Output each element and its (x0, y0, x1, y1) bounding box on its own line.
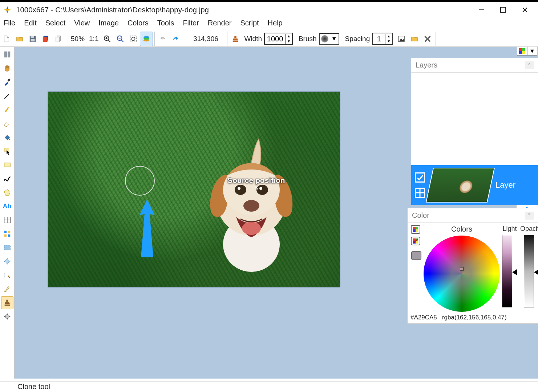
svg-rect-68 (413, 238, 416, 241)
open-file-button[interactable] (13, 32, 26, 46)
menu-filter[interactable]: Filter (183, 19, 199, 27)
spacing-input[interactable] (373, 35, 385, 43)
menu-render[interactable]: Render (208, 19, 232, 27)
redo-button[interactable] (169, 32, 182, 46)
panel-chip-dropdown[interactable]: ▼ (527, 47, 537, 56)
tool-text[interactable]: Ab (1, 200, 13, 213)
tool-shape[interactable] (1, 186, 13, 199)
tool-brush[interactable] (1, 103, 13, 116)
copy-button[interactable] (52, 32, 65, 46)
toolbar-sep-5 (436, 32, 436, 46)
tool-select-rect[interactable] (1, 241, 13, 254)
svg-rect-51 (522, 51, 525, 54)
title-bar: 1000x667 - C:\Users\Administrator\Deskto… (0, 0, 538, 17)
zoom-out-button[interactable] (114, 32, 127, 46)
minimize-button[interactable] (470, 2, 492, 17)
maximize-button[interactable] (492, 2, 514, 17)
current-color-swatch[interactable] (411, 251, 421, 260)
layers-toggle-button[interactable] (140, 32, 153, 46)
menu-tools[interactable]: Tools (157, 19, 174, 27)
width-arrows[interactable]: ▲▼ (285, 34, 292, 44)
up-arrow-icon[interactable]: ▲ (286, 34, 292, 39)
tool-rectangle[interactable] (1, 158, 13, 171)
layer-row-selected[interactable]: Layer (411, 165, 538, 205)
close-button[interactable] (514, 2, 536, 17)
svg-rect-42 (4, 234, 6, 237)
layer-visible-icon[interactable] (415, 172, 425, 183)
spacing-arrows[interactable]: ▲▼ (385, 34, 392, 44)
tool-eraser[interactable] (1, 117, 13, 130)
spacing-spinner[interactable]: ▲▼ (372, 33, 393, 45)
tool-grid[interactable] (1, 213, 13, 226)
tool-pointer[interactable] (1, 144, 13, 158)
image-canvas[interactable]: Source position (48, 92, 340, 287)
svg-rect-10 (43, 37, 48, 42)
svg-rect-3 (501, 7, 506, 12)
save-many-button[interactable] (39, 32, 52, 46)
svg-rect-41 (8, 231, 10, 233)
tool-pencil[interactable] (1, 89, 13, 102)
tool-select-wand[interactable] (1, 255, 13, 268)
tool-eyedropper[interactable] (1, 75, 13, 89)
opacity-bar[interactable] (524, 235, 534, 307)
svg-rect-8 (31, 39, 35, 41)
svg-point-63 (256, 188, 256, 189)
palette-add-button[interactable] (411, 225, 420, 234)
zoom-fit-button[interactable] (127, 32, 140, 46)
tool-fill[interactable] (1, 131, 13, 144)
new-file-button[interactable] (0, 32, 13, 46)
toolbar-sep-4 (227, 32, 227, 46)
layers-empty-area[interactable] (411, 73, 538, 165)
color-panel-title: Color (412, 211, 429, 220)
opacity-slider-icon[interactable] (534, 269, 538, 275)
picture-icon[interactable] (395, 32, 408, 46)
color-close-button[interactable]: × (525, 212, 534, 220)
menu-edit[interactable]: Edit (24, 19, 36, 27)
save-button[interactable] (26, 32, 39, 46)
grass-background: Source position (48, 92, 340, 287)
palette-remove-button[interactable] (411, 237, 420, 245)
layer-name: Layer (495, 180, 515, 190)
menu-image[interactable]: Image (98, 19, 119, 27)
zoom-value[interactable]: 50% (69, 35, 87, 43)
layers-close-button[interactable]: × (525, 61, 534, 69)
svg-rect-67 (416, 229, 418, 232)
svg-rect-20 (130, 36, 137, 42)
up-arrow-icon[interactable]: ▲ (385, 34, 392, 39)
menu-select[interactable]: Select (45, 19, 66, 27)
zoom-in-button[interactable] (101, 32, 114, 46)
brush-picker[interactable]: ▼ (319, 33, 339, 45)
tool-clone-stamp[interactable] (1, 296, 13, 309)
open-folder-icon[interactable] (408, 32, 421, 46)
down-arrow-icon[interactable]: ▼ (286, 39, 292, 44)
lightness-slider-icon[interactable] (512, 269, 517, 275)
zoom-1to1[interactable]: 1:1 (87, 35, 101, 43)
color-panel: Color × Colors Light (407, 208, 538, 324)
tool-crop[interactable] (1, 48, 13, 61)
lightness-bar[interactable] (502, 235, 512, 307)
menu-file[interactable]: File (4, 19, 15, 27)
canvas-viewport[interactable]: ▼ (15, 47, 538, 379)
width-input[interactable] (265, 35, 285, 43)
delete-x-button[interactable] (421, 32, 434, 46)
svg-rect-44 (4, 245, 10, 250)
colors-label: Colors (424, 225, 500, 233)
color-wheel[interactable] (424, 236, 500, 312)
menu-view[interactable]: View (74, 19, 90, 27)
menu-help[interactable]: Help (268, 19, 283, 27)
menu-colors[interactable]: Colors (128, 19, 149, 27)
tool-select-pen[interactable] (1, 269, 13, 282)
tool-scroll[interactable] (1, 310, 13, 323)
menu-script[interactable]: Script (240, 19, 259, 27)
panel-chip-colors[interactable] (517, 47, 527, 56)
undo-button[interactable] (156, 32, 169, 46)
tool-mosaic[interactable] (1, 227, 13, 240)
tool-select-brush[interactable] (1, 282, 13, 295)
tool-hand[interactable] (1, 62, 13, 75)
svg-point-21 (132, 37, 135, 40)
layer-lock-icon[interactable] (415, 188, 425, 198)
stamp-icon[interactable] (229, 32, 242, 46)
width-spinner[interactable]: ▲▼ (264, 33, 293, 45)
down-arrow-icon[interactable]: ▼ (385, 39, 392, 44)
tool-line[interactable] (1, 172, 13, 185)
